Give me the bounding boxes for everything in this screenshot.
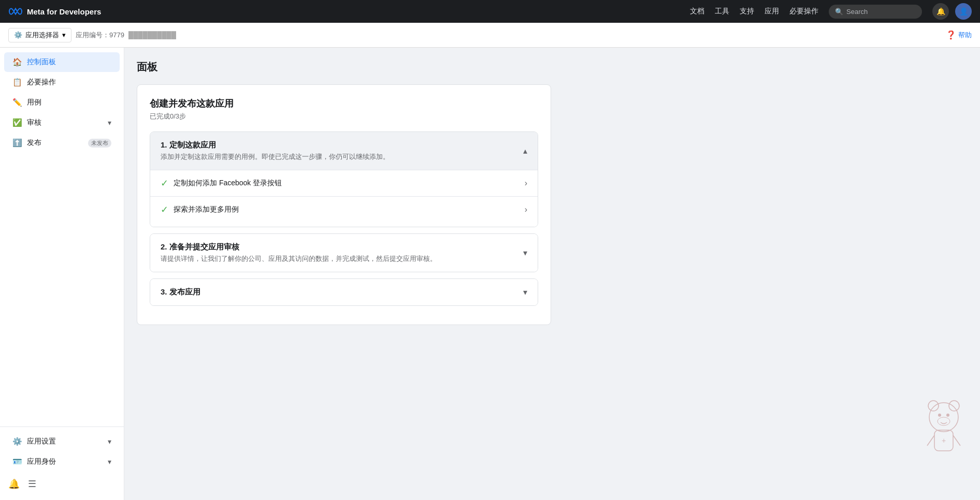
step1-item-arrow-1: › bbox=[525, 179, 527, 188]
step1-item-text-1: 定制如何添加 Facebook 登录按钮 bbox=[174, 179, 282, 188]
nav-apps[interactable]: 应用 bbox=[765, 7, 779, 16]
step1-item-customize-login[interactable]: ✓ 定制如何添加 Facebook 登录按钮 › bbox=[150, 170, 538, 196]
sidebar-item-required-ops-label: 必要操作 bbox=[27, 78, 56, 87]
meta-logo bbox=[8, 7, 23, 16]
top-navigation: Meta for Developers 文档 工具 支持 应用 必要操作 🔍 🔔… bbox=[0, 0, 980, 23]
card-subtitle: 已完成0/3步 bbox=[150, 112, 538, 121]
sidebar-item-app-settings-label: 应用设置 bbox=[27, 437, 56, 446]
bell-icon: 🔔 bbox=[936, 7, 945, 16]
publish-badge: 未发布 bbox=[88, 139, 111, 148]
step1-header[interactable]: 1. 定制这款应用 添加并定制这款应用需要的用例。即使已完成这一步骤，你仍可以继… bbox=[150, 132, 538, 170]
sidebar-item-use-cases-left: ✏️ 用例 bbox=[12, 98, 41, 107]
step3-header[interactable]: 3. 发布应用 ▾ bbox=[150, 279, 538, 305]
sidebar-item-review[interactable]: ✅ 审核 ▾ bbox=[4, 113, 120, 133]
page-title: 面板 bbox=[137, 60, 968, 74]
sidebar-item-app-identity-label: 应用身份 bbox=[27, 457, 56, 466]
topnav-right: 文档 工具 支持 应用 必要操作 🔍 🔔 👤 bbox=[690, 3, 972, 20]
help-button[interactable]: ❓ 帮助 bbox=[946, 30, 972, 40]
check-circle-icon-1: ✓ bbox=[161, 178, 168, 189]
step1-body: ✓ 定制如何添加 Facebook 登录按钮 › ✓ 探索并添加更多用例 › bbox=[150, 170, 538, 227]
sidebar-item-use-cases[interactable]: ✏️ 用例 bbox=[4, 93, 120, 112]
clipboard-icon: 📋 bbox=[12, 78, 22, 87]
sidebar-item-dashboard[interactable]: 🏠 控制面板 bbox=[4, 52, 120, 72]
app-id-mask: ██████████ bbox=[128, 31, 176, 39]
app-id-label: 应用编号：9779 bbox=[76, 31, 124, 40]
app-selector-label: 应用选择器 bbox=[25, 31, 59, 40]
nav-tools[interactable]: 工具 bbox=[715, 7, 729, 16]
step3-section: 3. 发布应用 ▾ bbox=[150, 278, 538, 306]
bottom-bell-icon[interactable]: 🔔 bbox=[8, 478, 20, 490]
check-circle-icon-2: ✓ bbox=[161, 204, 168, 215]
sidebar-item-required-ops[interactable]: 📋 必要操作 bbox=[4, 72, 120, 92]
settings-gear-icon: ⚙️ bbox=[12, 437, 22, 446]
step1-chevron-up-icon: ▴ bbox=[523, 146, 527, 156]
step2-title: 2. 准备并提交应用审核 bbox=[161, 242, 437, 252]
checkmark-icon: ✅ bbox=[12, 118, 22, 127]
identity-icon: 🪪 bbox=[12, 457, 22, 466]
step2-section: 2. 准备并提交应用审核 请提供详情，让我们了解你的公司、应用及其访问的数据，并… bbox=[150, 233, 538, 272]
step1-item-arrow-2: › bbox=[525, 205, 527, 214]
step1-item-left-2: ✓ 探索并添加更多用例 bbox=[161, 204, 239, 215]
app-identity-chevron-icon: ▾ bbox=[108, 458, 111, 466]
home-icon: 🏠 bbox=[12, 57, 22, 67]
sidebar-bottom: ⚙️ 应用设置 ▾ 🪪 应用身份 ▾ 🔔 ☰ bbox=[0, 427, 124, 500]
user-avatar[interactable]: 👤 bbox=[955, 3, 972, 20]
nav-support[interactable]: 支持 bbox=[740, 7, 754, 16]
sidebar-item-dashboard-label: 控制面板 bbox=[27, 57, 56, 67]
step2-chevron-down-icon: ▾ bbox=[523, 248, 527, 258]
subheader: ⚙️ 应用选择器 ▾ 应用编号：9779 ██████████ ❓ 帮助 bbox=[0, 23, 980, 48]
step3-chevron-down-icon: ▾ bbox=[523, 287, 527, 297]
step1-item-text-2: 探索并添加更多用例 bbox=[174, 205, 239, 214]
topnav-icons: 🔔 👤 bbox=[932, 3, 972, 20]
subheader-right: ❓ 帮助 bbox=[946, 30, 972, 40]
review-chevron-down-icon: ▾ bbox=[108, 119, 111, 127]
nav-docs[interactable]: 文档 bbox=[690, 7, 704, 16]
app-selector[interactable]: ⚙️ 应用选择器 ▾ bbox=[8, 28, 71, 42]
step1-section: 1. 定制这款应用 添加并定制这款应用需要的用例。即使已完成这一步骤，你仍可以继… bbox=[150, 131, 538, 227]
card-title: 创建并发布这款应用 bbox=[150, 97, 538, 110]
topnav-logo-text: Meta for Developers bbox=[27, 7, 101, 16]
sidebar-top: 🏠 控制面板 📋 必要操作 ✏️ 用例 ✅ 审核 ▾ bbox=[0, 48, 124, 157]
pencil-icon: ✏️ bbox=[12, 98, 22, 107]
app-settings-chevron-icon: ▾ bbox=[108, 437, 111, 446]
search-input[interactable] bbox=[846, 8, 916, 16]
step3-title: 3. 发布应用 bbox=[161, 287, 200, 297]
subheader-left: ⚙️ 应用选择器 ▾ 应用编号：9779 ██████████ bbox=[8, 28, 176, 42]
sidebar-item-review-left: ✅ 审核 bbox=[12, 118, 41, 127]
sidebar-item-dashboard-left: 🏠 控制面板 bbox=[12, 57, 56, 67]
sidebar-item-app-settings[interactable]: ⚙️ 应用设置 ▾ bbox=[4, 432, 120, 451]
step1-title: 1. 定制这款应用 bbox=[161, 140, 390, 150]
sidebar: 🏠 控制面板 📋 必要操作 ✏️ 用例 ✅ 审核 ▾ bbox=[0, 48, 124, 500]
sidebar-item-review-label: 审核 bbox=[27, 118, 41, 127]
topnav-left: Meta for Developers bbox=[8, 7, 101, 16]
sidebar-item-app-settings-left: ⚙️ 应用设置 bbox=[12, 437, 56, 446]
main-content: 面板 创建并发布这款应用 已完成0/3步 1. 定制这款应用 添加并定制这款应用… bbox=[124, 48, 980, 500]
step2-header[interactable]: 2. 准备并提交应用审核 请提供详情，让我们了解你的公司、应用及其访问的数据，并… bbox=[150, 234, 538, 272]
sidebar-item-use-cases-label: 用例 bbox=[27, 98, 41, 107]
step1-desc: 添加并定制这款应用需要的用例。即使已完成这一步骤，你仍可以继续添加。 bbox=[161, 152, 390, 161]
step1-header-content: 1. 定制这款应用 添加并定制这款应用需要的用例。即使已完成这一步骤，你仍可以继… bbox=[161, 140, 390, 161]
help-label: 帮助 bbox=[958, 31, 972, 40]
step1-item-explore-cases[interactable]: ✓ 探索并添加更多用例 › bbox=[150, 196, 538, 223]
bottom-list-icon[interactable]: ☰ bbox=[28, 478, 36, 490]
step2-desc: 请提供详情，让我们了解你的公司、应用及其访问的数据，并完成测试，然后提交应用审核… bbox=[161, 254, 437, 263]
sidebar-item-required-ops-left: 📋 必要操作 bbox=[12, 78, 56, 87]
nav-required-ops[interactable]: 必要操作 bbox=[789, 7, 818, 16]
notification-bell[interactable]: 🔔 bbox=[932, 3, 949, 20]
chevron-down-icon: ▾ bbox=[62, 31, 66, 39]
search-icon: 🔍 bbox=[835, 8, 843, 16]
sidebar-item-app-identity-left: 🪪 应用身份 bbox=[12, 457, 56, 466]
step2-header-content: 2. 准备并提交应用审核 请提供详情，让我们了解你的公司、应用及其访问的数据，并… bbox=[161, 242, 437, 263]
gear-icon: ⚙️ bbox=[14, 31, 22, 39]
sidebar-item-publish[interactable]: ⬆️ 发布 未发布 bbox=[4, 133, 120, 153]
upload-icon: ⬆️ bbox=[12, 138, 22, 148]
step1-item-left-1: ✓ 定制如何添加 Facebook 登录按钮 bbox=[161, 178, 282, 189]
avatar-icon: 👤 bbox=[959, 7, 968, 16]
sidebar-item-publish-label: 发布 bbox=[27, 138, 41, 148]
sidebar-item-publish-left: ⬆️ 发布 bbox=[12, 138, 41, 148]
help-circle-icon: ❓ bbox=[946, 30, 956, 40]
step3-header-content: 3. 发布应用 bbox=[161, 287, 200, 297]
dashboard-card: 创建并发布这款应用 已完成0/3步 1. 定制这款应用 添加并定制这款应用需要的… bbox=[137, 84, 551, 325]
search-box[interactable]: 🔍 bbox=[829, 5, 922, 19]
sidebar-item-app-identity[interactable]: 🪪 应用身份 ▾ bbox=[4, 452, 120, 472]
